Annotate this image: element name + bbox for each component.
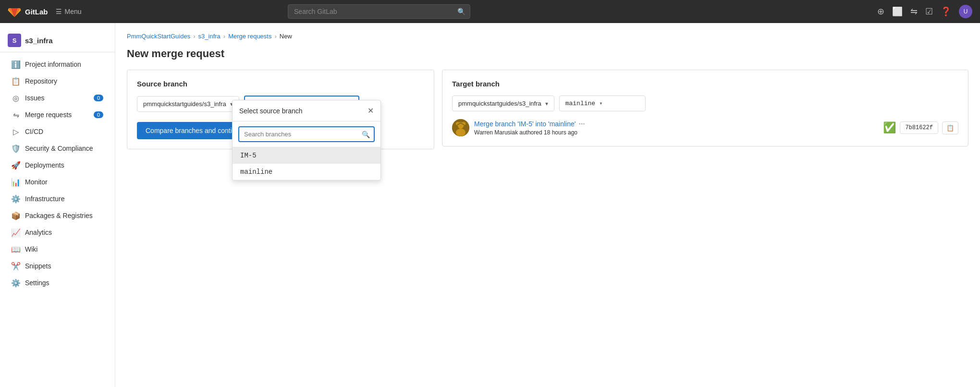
create-icon[interactable]: ⊕ — [877, 6, 884, 17]
sidebar-item-monitor[interactable]: 📊 Monitor — [4, 174, 111, 190]
help-icon[interactable]: ❓ — [941, 6, 951, 17]
sidebar-item-security[interactable]: 🛡️ Security & Compliance — [4, 140, 111, 157]
hamburger-icon: ☰ — [56, 8, 62, 15]
breadcrumb-pmm[interactable]: PmmQuickStartGuides — [127, 33, 190, 40]
merge-icon: ⇋ — [12, 110, 20, 119]
sidebar: S s3_infra ℹ️ Project information 📋 Repo… — [0, 23, 115, 387]
branch-option-mainline[interactable]: mainline — [233, 164, 380, 180]
search-icon: 🔍 — [362, 131, 370, 138]
project-name: s3_infra — [25, 36, 53, 45]
commit-details: Merge branch 'IM-5' into 'mainline' ··· … — [474, 120, 878, 136]
sidebar-label: Infrastructure — [25, 195, 103, 203]
merge-request-icon[interactable]: ⇋ — [910, 6, 918, 17]
todo-icon[interactable]: ⬜ — [892, 6, 903, 17]
wiki-icon: 📖 — [12, 245, 20, 254]
branch-option-im5[interactable]: IM-5 — [233, 147, 380, 164]
search-icon: 🔍 — [457, 8, 466, 15]
sidebar-label: Merge requests — [25, 111, 89, 119]
snippets-icon: ✂️ — [12, 262, 20, 270]
chevron-down-icon: ▾ — [599, 100, 602, 107]
sidebar-label: Monitor — [25, 178, 103, 186]
target-project-value: pmmquickstartguides/s3_infra — [458, 100, 541, 107]
deployments-icon: 🚀 — [12, 161, 20, 169]
target-branch-select[interactable]: mainline ▾ — [559, 96, 646, 111]
sidebar-item-snippets[interactable]: ✂️ Snippets — [4, 258, 111, 274]
branch-search-input[interactable] — [238, 126, 375, 142]
sidebar-item-merge-requests[interactable]: ⇋ Merge requests 0 — [4, 107, 111, 123]
chevron-down-icon: ▾ — [545, 100, 548, 107]
breadcrumb-current: New — [280, 33, 292, 40]
commit-hash: 7b81622f — [900, 121, 938, 134]
main-content: PmmQuickStartGuides › s3_infra › Merge r… — [115, 23, 980, 387]
dropdown-search-container: 🔍 — [233, 121, 380, 147]
sidebar-label: CI/CD — [25, 128, 103, 135]
sidebar-item-analytics[interactable]: 📈 Analytics — [4, 224, 111, 241]
breadcrumb-s3[interactable]: s3_infra — [198, 33, 220, 40]
source-project-select[interactable]: pmmquickstartguides/s3_infra ▾ — [137, 96, 239, 112]
settings-icon: ⚙️ — [12, 278, 20, 287]
issues-badge: 0 — [94, 95, 103, 101]
user-avatar[interactable]: U — [959, 5, 972, 18]
branch-dropdown: Select source branch ✕ 🔍 IM-5 mainline — [232, 100, 381, 181]
packages-icon: 📦 — [12, 211, 20, 220]
issues-icon: ◎ — [12, 94, 20, 102]
target-branch-value: mainline — [565, 100, 595, 107]
layout: S s3_infra ℹ️ Project information 📋 Repo… — [0, 23, 980, 387]
gitlab-logo[interactable]: GitLab — [8, 5, 48, 18]
sidebar-project[interactable]: S s3_infra — [0, 29, 115, 52]
sidebar-label: Security & Compliance — [25, 145, 103, 152]
sidebar-label: Settings — [25, 279, 103, 287]
sidebar-label: Project information — [25, 60, 103, 68]
sidebar-label: Snippets — [25, 262, 103, 270]
page-title: New merge request — [127, 48, 968, 60]
sidebar-label: Repository — [25, 77, 103, 85]
sidebar-item-project-information[interactable]: ℹ️ Project information — [4, 56, 111, 73]
dropdown-title: Select source branch — [239, 107, 303, 115]
commit-time: 18 hours ago — [544, 129, 577, 136]
more-options-icon[interactable]: ··· — [578, 120, 585, 128]
breadcrumb-mr[interactable]: Merge requests — [228, 33, 271, 40]
sidebar-label: Issues — [25, 94, 89, 102]
sidebar-item-infrastructure[interactable]: ⚙️ Infrastructure — [4, 191, 111, 207]
source-panel-title: Source branch — [137, 80, 424, 88]
sidebar-item-cicd[interactable]: ▷ CI/CD — [4, 123, 111, 140]
commit-status: ✅ 7b81622f 📋 — [883, 121, 958, 134]
navbar: GitLab ☰ Menu 🔍 ⊕ ⬜ ⇋ ☑ ❓ U — [0, 0, 980, 23]
dropdown-header: Select source branch ✕ — [233, 100, 380, 121]
target-project-select[interactable]: pmmquickstartguides/s3_infra ▾ — [452, 96, 554, 111]
global-search: 🔍 — [288, 4, 470, 19]
sidebar-label: Wiki — [25, 245, 103, 253]
issues-icon[interactable]: ☑ — [925, 6, 933, 17]
repository-icon: 📋 — [12, 77, 20, 85]
source-project-value: pmmquickstartguides/s3_infra — [143, 100, 226, 108]
sidebar-item-packages[interactable]: 📦 Packages & Registries — [4, 207, 111, 224]
gitlab-wordmark: GitLab — [25, 8, 48, 16]
sidebar-label: Deployments — [25, 161, 103, 169]
target-branch-panel: Target branch pmmquickstartguides/s3_inf… — [442, 70, 968, 146]
project-badge: S — [8, 34, 21, 47]
info-icon: ℹ️ — [12, 60, 20, 69]
cicd-icon: ▷ — [12, 127, 20, 136]
navbar-actions: ⊕ ⬜ ⇋ ☑ ❓ U — [877, 5, 972, 18]
shield-icon: 🛡️ — [12, 144, 20, 153]
sidebar-item-repository[interactable]: 📋 Repository — [4, 73, 111, 89]
copy-hash-button[interactable]: 📋 — [942, 121, 958, 134]
sidebar-label: Packages & Registries — [25, 212, 103, 219]
infrastructure-icon: ⚙️ — [12, 194, 20, 203]
branch-panels: Source branch pmmquickstartguides/s3_inf… — [127, 70, 968, 149]
menu-button[interactable]: ☰ Menu — [56, 8, 82, 15]
sidebar-label: Analytics — [25, 229, 103, 236]
sidebar-item-settings[interactable]: ⚙️ Settings — [4, 275, 111, 291]
commit-author: Warren Marusiak — [474, 129, 518, 136]
status-check-icon: ✅ — [883, 121, 896, 134]
target-panel-title: Target branch — [452, 80, 958, 88]
close-icon[interactable]: ✕ — [368, 106, 374, 115]
search-input[interactable] — [288, 4, 470, 19]
commit-info: Merge branch 'IM-5' into 'mainline' ··· … — [452, 119, 958, 136]
sidebar-item-issues[interactable]: ◎ Issues 0 — [4, 90, 111, 106]
sidebar-item-wiki[interactable]: 📖 Wiki — [4, 241, 111, 257]
sidebar-item-deployments[interactable]: 🚀 Deployments — [4, 157, 111, 173]
monitor-icon: 📊 — [12, 178, 20, 186]
svg-point-2 — [456, 129, 466, 136]
commit-message: Merge branch 'IM-5' into 'mainline' ··· — [474, 120, 878, 128]
